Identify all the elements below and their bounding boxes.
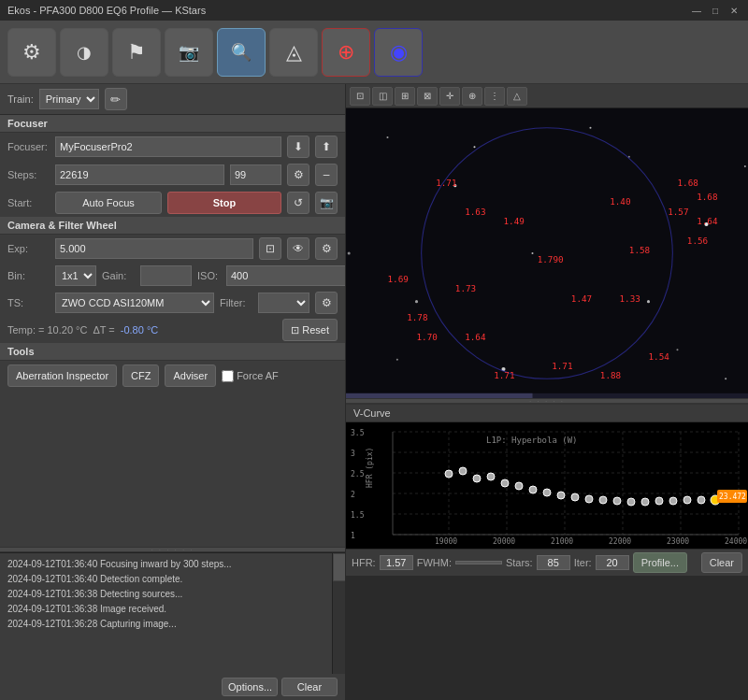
toolbar-btn-camera[interactable]: 📷 — [165, 28, 213, 77]
img-tool-5[interactable]: ⊕ — [462, 87, 482, 106]
svg-point-11 — [348, 251, 351, 254]
toolbar-btn-focus[interactable]: 🔍 — [217, 28, 266, 77]
iso-input[interactable] — [226, 265, 346, 286]
svg-text:HFR (pix): HFR (pix) — [366, 448, 374, 488]
svg-point-70 — [473, 475, 481, 482]
img-tool-3[interactable]: ⊠ — [417, 87, 438, 106]
svg-text:1.88: 1.88 — [600, 370, 621, 380]
iter-value: 20 — [596, 555, 629, 570]
svg-text:1.64: 1.64 — [465, 332, 486, 342]
svg-point-80 — [613, 497, 621, 505]
maximize-btn[interactable]: □ — [709, 4, 722, 17]
hfr-label: HFR: — [352, 557, 376, 568]
force-af-checkbox[interactable] — [222, 370, 234, 382]
svg-text:19000: 19000 — [435, 537, 457, 546]
focuser-down-btn[interactable]: ⬇ — [287, 136, 309, 158]
img-tool-4[interactable]: ✛ — [439, 87, 460, 106]
steps-minus-btn[interactable]: – — [315, 164, 338, 186]
clear-btn[interactable]: Clear — [701, 552, 742, 573]
bin-select[interactable]: 1x1 — [55, 265, 96, 286]
svg-point-73 — [515, 482, 523, 490]
ts-label: TS: — [7, 297, 50, 308]
delta-label: ΔT = — [93, 324, 114, 336]
img-tool-0[interactable]: ⊡ — [350, 87, 370, 106]
img-tool-6[interactable]: ⋮ — [484, 87, 505, 106]
svg-text:1.68: 1.68 — [697, 192, 717, 202]
svg-point-86 — [698, 496, 705, 504]
train-select[interactable]: Primary — [39, 89, 99, 109]
log-line-1: 2024-09-12T01:36:40 Detection complete. — [7, 572, 324, 587]
train-edit-btn[interactable]: ✏ — [105, 88, 127, 110]
toolbar-btn-align[interactable]: ◬ — [269, 28, 318, 77]
cfz-btn[interactable]: CFZ — [122, 364, 159, 387]
svg-text:2.5: 2.5 — [351, 470, 365, 479]
svg-text:1.56: 1.56 — [687, 236, 708, 246]
svg-point-76 — [557, 492, 565, 499]
ts-select[interactable]: ZWO CCD ASI120MM — [55, 293, 214, 313]
img-tool-1[interactable]: ◫ — [372, 87, 393, 106]
steps-gear-btn[interactable]: ⚙ — [287, 164, 309, 186]
star-image: 1.790 1.40 1.68 1.68 1.57 1.64 1.56 1.71… — [346, 108, 748, 398]
reset-btn[interactable]: ⊡ Reset — [282, 319, 338, 341]
steps-increment-input[interactable] — [230, 164, 281, 185]
log-scrollbar[interactable] — [332, 553, 345, 674]
side-clear-btn[interactable]: Clear — [281, 678, 338, 696]
svg-text:1.71: 1.71 — [436, 178, 456, 188]
options-btn[interactable]: Options... — [222, 678, 278, 696]
svg-point-78 — [585, 495, 593, 503]
img-tool-7[interactable]: △ — [507, 87, 527, 106]
svg-point-13 — [473, 146, 475, 148]
svg-text:1: 1 — [351, 532, 355, 540]
svg-point-14 — [647, 300, 650, 303]
exp-fullscreen-btn[interactable]: ⊡ — [259, 237, 281, 260]
camera-snap-btn[interactable]: 📷 — [315, 192, 338, 214]
svg-text:L1P: Hyperbola (W): L1P: Hyperbola (W) — [486, 436, 578, 445]
svg-text:23000: 23000 — [667, 537, 689, 546]
svg-text:1.5: 1.5 — [351, 511, 365, 520]
log-scroll-thumb[interactable] — [333, 553, 346, 581]
toolbar-btn-mount[interactable]: ⚑ — [112, 28, 161, 77]
close-btn[interactable]: ✕ — [727, 4, 741, 17]
loop-btn[interactable]: ↺ — [287, 192, 309, 214]
profile-btn[interactable]: Profile... — [633, 552, 687, 573]
focuser-row: Focuser: ⬇ ⬆ — [0, 133, 345, 161]
steps-input[interactable] — [55, 164, 224, 185]
img-tool-2[interactable]: ⊞ — [395, 87, 415, 106]
exp-settings-btn[interactable]: ⚙ — [315, 237, 338, 260]
svg-point-82 — [641, 498, 649, 506]
titlebar: Ekos - PFA300 D800 EQ6 Profile — KStars … — [0, 0, 748, 21]
main-toolbar: ⚙ ◑ ⚑ 📷 🔍 ◬ ⊕ ◉ — [0, 21, 748, 84]
stars-value: 85 — [537, 555, 570, 570]
exp-eye-btn[interactable]: 👁 — [287, 237, 309, 260]
toolbar-btn-settings[interactable]: ⚙ — [7, 28, 56, 77]
adviser-btn[interactable]: Adviser — [165, 364, 216, 387]
exp-input[interactable] — [55, 238, 253, 259]
svg-text:21000: 21000 — [551, 537, 573, 546]
svg-text:1.64: 1.64 — [697, 216, 718, 226]
stats-row: HFR: 1.57 FWHM: Stars: 85 Iter: 20 Profi… — [346, 549, 748, 576]
auto-focus-btn[interactable]: Auto Focus — [55, 192, 162, 214]
toolbar-btn-guide-red[interactable]: ⊕ — [322, 28, 370, 77]
focuser-input[interactable] — [55, 136, 281, 157]
focuser-up-btn[interactable]: ⬆ — [315, 136, 338, 158]
tools-row: Aberration Inspector CFZ Adviser Force A… — [7, 364, 338, 387]
filter-label: Filter: — [220, 297, 252, 308]
svg-point-74 — [529, 486, 537, 493]
svg-text:20000: 20000 — [493, 537, 515, 546]
star-image-svg: 1.790 1.40 1.68 1.68 1.57 1.64 1.56 1.71… — [346, 108, 748, 398]
toolbar-btn-capture[interactable]: ◑ — [60, 28, 108, 77]
aberration-inspector-btn[interactable]: Aberration Inspector — [7, 364, 117, 387]
vcurve-svg: 3.5 3 2.5 2 1.5 1 HFR (pix) 19000 20000 … — [346, 422, 748, 549]
minimize-btn[interactable]: — — [690, 4, 703, 17]
log-line-4: 2024-09-12T01:36:28 Capturing image... — [7, 617, 324, 632]
image-toolbar: ⊡ ◫ ⊞ ⊠ ✛ ⊕ ⋮ △ — [346, 84, 748, 108]
titlebar-controls: — □ ✕ — [690, 4, 741, 17]
stop-btn[interactable]: Stop — [167, 192, 281, 214]
svg-text:3: 3 — [351, 450, 355, 458]
filter-select[interactable] — [258, 293, 309, 313]
toolbar-btn-guide-dot[interactable]: ◉ — [374, 28, 423, 77]
filter-settings-btn[interactable]: ⚙ — [315, 292, 338, 314]
gain-input[interactable] — [140, 265, 192, 286]
svg-point-10 — [589, 127, 591, 129]
force-af-label: Force AF — [222, 370, 279, 382]
